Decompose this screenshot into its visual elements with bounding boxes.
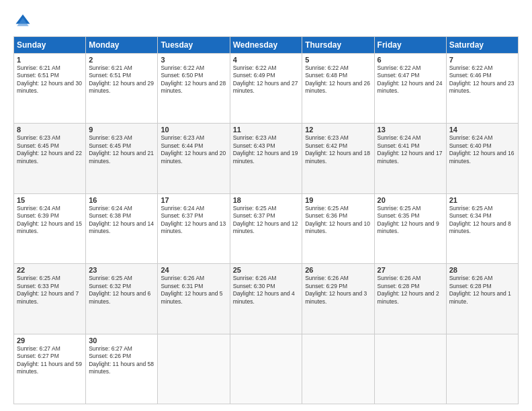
col-header-monday: Monday <box>86 37 158 54</box>
day-content: Sunrise: 6:23 AMSunset: 6:44 PMDaylight:… <box>161 134 226 165</box>
day-content: Sunrise: 6:22 AMSunset: 6:49 PMDaylight:… <box>233 64 300 95</box>
day-content: Sunrise: 6:22 AMSunset: 6:48 PMDaylight:… <box>305 64 371 95</box>
day-number: 19 <box>305 196 371 204</box>
day-content: Sunrise: 6:23 AMSunset: 6:45 PMDaylight:… <box>17 134 83 165</box>
day-content: Sunrise: 6:23 AMSunset: 6:42 PMDaylight:… <box>305 134 371 165</box>
calendar-cell: 23Sunrise: 6:25 AMSunset: 6:32 PMDayligh… <box>86 264 158 334</box>
calendar-cell: 30Sunrise: 6:27 AMSunset: 6:26 PMDayligh… <box>86 334 158 404</box>
calendar-week-5: 29Sunrise: 6:27 AMSunset: 6:27 PMDayligh… <box>14 334 519 404</box>
calendar-week-4: 22Sunrise: 6:25 AMSunset: 6:33 PMDayligh… <box>14 264 519 334</box>
calendar-cell: 18Sunrise: 6:25 AMSunset: 6:37 PMDayligh… <box>230 193 302 263</box>
day-number: 14 <box>449 126 515 134</box>
day-number: 4 <box>233 56 300 64</box>
day-content: Sunrise: 6:25 AMSunset: 6:35 PMDaylight:… <box>378 205 443 236</box>
calendar-cell: 3Sunrise: 6:22 AMSunset: 6:50 PMDaylight… <box>158 54 230 124</box>
calendar-cell: 5Sunrise: 6:22 AMSunset: 6:48 PMDaylight… <box>302 54 374 124</box>
day-number: 30 <box>89 336 154 345</box>
day-content: Sunrise: 6:24 AMSunset: 6:40 PMDaylight:… <box>449 134 515 165</box>
day-content: Sunrise: 6:26 AMSunset: 6:30 PMDaylight:… <box>233 275 300 306</box>
calendar-cell: 6Sunrise: 6:22 AMSunset: 6:47 PMDaylight… <box>374 54 446 124</box>
day-number: 28 <box>449 266 515 274</box>
calendar-cell: 10Sunrise: 6:23 AMSunset: 6:44 PMDayligh… <box>158 124 230 193</box>
day-number: 8 <box>17 126 83 134</box>
calendar-cell <box>446 334 518 404</box>
calendar-cell: 25Sunrise: 6:26 AMSunset: 6:30 PMDayligh… <box>230 264 302 334</box>
day-content: Sunrise: 6:25 AMSunset: 6:33 PMDaylight:… <box>17 275 83 306</box>
calendar-cell: 28Sunrise: 6:26 AMSunset: 6:28 PMDayligh… <box>446 264 518 334</box>
day-content: Sunrise: 6:25 AMSunset: 6:34 PMDaylight:… <box>449 205 515 236</box>
calendar-week-3: 15Sunrise: 6:24 AMSunset: 6:39 PMDayligh… <box>14 193 519 263</box>
calendar-cell: 16Sunrise: 6:24 AMSunset: 6:38 PMDayligh… <box>86 193 158 263</box>
calendar-cell: 21Sunrise: 6:25 AMSunset: 6:34 PMDayligh… <box>446 193 518 263</box>
day-number: 25 <box>233 266 300 274</box>
day-number: 23 <box>89 266 154 274</box>
day-number: 29 <box>17 336 83 345</box>
calendar-cell: 15Sunrise: 6:24 AMSunset: 6:39 PMDayligh… <box>14 193 86 263</box>
calendar-week-1: 1Sunrise: 6:21 AMSunset: 6:51 PMDaylight… <box>14 54 519 124</box>
logo-icon <box>13 12 32 31</box>
day-content: Sunrise: 6:27 AMSunset: 6:27 PMDaylight:… <box>17 345 83 376</box>
calendar-week-2: 8Sunrise: 6:23 AMSunset: 6:45 PMDaylight… <box>14 124 519 193</box>
calendar-cell: 4Sunrise: 6:22 AMSunset: 6:49 PMDaylight… <box>230 54 302 124</box>
day-content: Sunrise: 6:22 AMSunset: 6:47 PMDaylight:… <box>378 64 443 95</box>
day-number: 3 <box>161 56 226 64</box>
day-content: Sunrise: 6:23 AMSunset: 6:43 PMDaylight:… <box>233 134 300 165</box>
col-header-tuesday: Tuesday <box>158 37 230 54</box>
day-content: Sunrise: 6:22 AMSunset: 6:46 PMDaylight:… <box>449 64 515 95</box>
calendar-cell: 26Sunrise: 6:26 AMSunset: 6:29 PMDayligh… <box>302 264 374 334</box>
calendar-cell <box>374 334 446 404</box>
day-number: 20 <box>378 196 443 204</box>
day-number: 13 <box>378 126 443 134</box>
col-header-wednesday: Wednesday <box>230 37 302 54</box>
calendar-cell: 27Sunrise: 6:26 AMSunset: 6:28 PMDayligh… <box>374 264 446 334</box>
day-content: Sunrise: 6:26 AMSunset: 6:28 PMDaylight:… <box>449 275 515 306</box>
day-number: 5 <box>305 56 371 64</box>
calendar-cell: 1Sunrise: 6:21 AMSunset: 6:51 PMDaylight… <box>14 54 86 124</box>
calendar-cell: 13Sunrise: 6:24 AMSunset: 6:41 PMDayligh… <box>374 124 446 193</box>
calendar-cell: 12Sunrise: 6:23 AMSunset: 6:42 PMDayligh… <box>302 124 374 193</box>
calendar-cell <box>302 334 374 404</box>
day-number: 1 <box>17 56 83 64</box>
day-content: Sunrise: 6:26 AMSunset: 6:31 PMDaylight:… <box>161 275 226 306</box>
day-content: Sunrise: 6:24 AMSunset: 6:41 PMDaylight:… <box>378 134 443 165</box>
day-number: 17 <box>161 196 226 204</box>
col-header-friday: Friday <box>374 37 446 54</box>
calendar-cell: 17Sunrise: 6:24 AMSunset: 6:37 PMDayligh… <box>158 193 230 263</box>
calendar-cell <box>158 334 230 404</box>
day-number: 26 <box>305 266 371 274</box>
day-number: 7 <box>449 56 515 64</box>
day-number: 12 <box>305 126 371 134</box>
calendar-cell: 22Sunrise: 6:25 AMSunset: 6:33 PMDayligh… <box>14 264 86 334</box>
calendar-cell: 29Sunrise: 6:27 AMSunset: 6:27 PMDayligh… <box>14 334 86 404</box>
day-content: Sunrise: 6:26 AMSunset: 6:29 PMDaylight:… <box>305 275 371 306</box>
day-number: 9 <box>89 126 154 134</box>
col-header-thursday: Thursday <box>302 37 374 54</box>
day-content: Sunrise: 6:27 AMSunset: 6:26 PMDaylight:… <box>89 345 154 376</box>
calendar-cell: 24Sunrise: 6:26 AMSunset: 6:31 PMDayligh… <box>158 264 230 334</box>
day-content: Sunrise: 6:21 AMSunset: 6:51 PMDaylight:… <box>89 64 154 95</box>
day-number: 21 <box>449 196 515 204</box>
day-content: Sunrise: 6:24 AMSunset: 6:39 PMDaylight:… <box>17 205 83 236</box>
calendar-cell: 7Sunrise: 6:22 AMSunset: 6:46 PMDaylight… <box>446 54 518 124</box>
header <box>13 12 519 31</box>
col-header-saturday: Saturday <box>446 37 518 54</box>
calendar-cell: 14Sunrise: 6:24 AMSunset: 6:40 PMDayligh… <box>446 124 518 193</box>
day-number: 27 <box>378 266 443 274</box>
day-content: Sunrise: 6:24 AMSunset: 6:38 PMDaylight:… <box>89 205 154 236</box>
day-number: 10 <box>161 126 226 134</box>
day-number: 2 <box>89 56 154 64</box>
day-number: 11 <box>233 126 300 134</box>
calendar-cell: 8Sunrise: 6:23 AMSunset: 6:45 PMDaylight… <box>14 124 86 193</box>
calendar-header-row: SundayMondayTuesdayWednesdayThursdayFrid… <box>14 37 519 54</box>
calendar-table: SundayMondayTuesdayWednesdayThursdayFrid… <box>13 36 519 404</box>
logo <box>13 12 35 31</box>
day-number: 18 <box>233 196 300 204</box>
calendar-cell: 9Sunrise: 6:23 AMSunset: 6:45 PMDaylight… <box>86 124 158 193</box>
calendar-cell: 19Sunrise: 6:25 AMSunset: 6:36 PMDayligh… <box>302 193 374 263</box>
day-number: 24 <box>161 266 226 274</box>
day-content: Sunrise: 6:24 AMSunset: 6:37 PMDaylight:… <box>161 205 226 236</box>
calendar-cell: 2Sunrise: 6:21 AMSunset: 6:51 PMDaylight… <box>86 54 158 124</box>
day-number: 22 <box>17 266 83 274</box>
calendar-cell <box>230 334 302 404</box>
day-content: Sunrise: 6:21 AMSunset: 6:51 PMDaylight:… <box>17 64 83 95</box>
